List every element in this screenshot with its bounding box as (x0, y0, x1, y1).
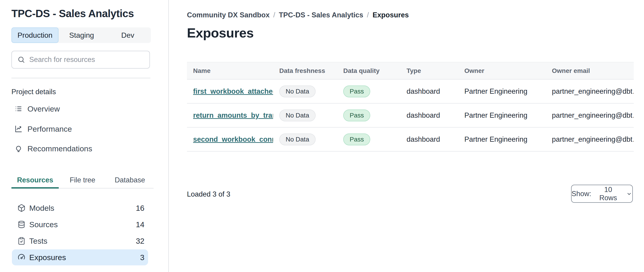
project-details-label: Project details (12, 88, 56, 96)
resource-count: 16 (136, 204, 144, 212)
exposure-type: dashboard (400, 87, 458, 96)
sidebar-main-divider (168, 0, 169, 272)
page-title: Exposures (187, 25, 254, 40)
breadcrumb-item-current: Exposures (372, 11, 409, 19)
resource-label: Exposures (29, 253, 66, 262)
exposure-name-link[interactable]: first_workbook_attached… (193, 87, 273, 95)
exposure-name-link[interactable]: second_workbook_conn… (193, 135, 273, 143)
breadcrumb-separator: / (367, 11, 369, 19)
sidebar-item-partial[interactable] (12, 269, 148, 272)
sidebar-item-tests[interactable]: Tests 32 (12, 233, 148, 249)
breadcrumb-separator: / (273, 11, 276, 19)
sidebar: TPC-DS - Sales Analytics Production Stag… (0, 0, 168, 272)
sidebar-item-overview[interactable]: Overview (12, 102, 148, 115)
gauge-icon (17, 253, 26, 262)
data-quality-badge: Pass (343, 134, 370, 145)
show-rows-dropdown[interactable]: Show: 10 Rows (571, 185, 633, 203)
data-freshness-badge: No Data (279, 134, 316, 145)
breadcrumb: Community DX Sandbox / TPC-DS - Sales An… (187, 11, 409, 19)
list-icon (15, 105, 22, 113)
breadcrumb-item-account[interactable]: Community DX Sandbox (187, 11, 270, 19)
resource-view-tabs: Resources File tree Database (12, 173, 154, 188)
table-header-row: Name Data freshness Data quality Type Ow… (187, 62, 634, 80)
data-freshness-badge: No Data (279, 110, 316, 121)
sidebar-item-label: Overview (28, 104, 60, 113)
env-tab-staging[interactable]: Staging (58, 28, 105, 43)
exposure-type: dashboard (400, 135, 458, 144)
column-header-data-freshness: Data freshness (273, 67, 337, 74)
clipboard-check-icon (17, 237, 26, 245)
env-tab-production[interactable]: Production (12, 28, 58, 43)
resource-label: Models (29, 204, 54, 212)
exposures-table: Name Data freshness Data quality Type Ow… (187, 62, 634, 152)
env-tab-dev[interactable]: Dev (105, 28, 151, 43)
exposure-owner: Partner Engineering (458, 87, 546, 96)
breadcrumb-item-project[interactable]: TPC-DS - Sales Analytics (279, 11, 363, 19)
sidebar-divider (12, 78, 150, 78)
table-row: first_workbook_attached… No Data Pass da… (187, 80, 634, 104)
project-title: TPC-DS - Sales Analytics (12, 7, 134, 20)
chevron-down-icon (626, 191, 632, 197)
exposure-owner: Partner Engineering (458, 135, 546, 144)
column-header-type: Type (400, 67, 458, 74)
column-header-name: Name (187, 67, 273, 74)
data-freshness-badge: No Data (279, 86, 316, 97)
column-header-owner-email: Owner email (546, 67, 634, 74)
tab-database[interactable]: Database (106, 173, 154, 188)
exposure-type: dashboard (400, 111, 458, 120)
sidebar-item-label: Recommendations (28, 144, 92, 153)
search-box[interactable] (12, 51, 150, 68)
tab-file-tree[interactable]: File tree (59, 173, 106, 188)
data-quality-badge: Pass (343, 86, 370, 97)
resource-label: Tests (29, 236, 47, 246)
table-row: return_amounts_by_tran… No Data Pass das… (187, 104, 634, 128)
exposure-owner-email: partner_engineering@dbt… (546, 135, 634, 144)
column-header-owner: Owner (458, 67, 546, 74)
database-icon (17, 220, 26, 228)
data-quality-badge: Pass (343, 110, 370, 121)
lightbulb-icon (15, 145, 22, 152)
sidebar-item-recommendations[interactable]: Recommendations (12, 142, 148, 155)
tab-resources[interactable]: Resources (12, 173, 59, 188)
sidebar-item-exposures[interactable]: Exposures 3 (12, 249, 148, 265)
show-label: Show: (572, 190, 591, 198)
exposure-name-link[interactable]: return_amounts_by_tran… (193, 111, 273, 119)
search-icon (17, 56, 25, 64)
sidebar-item-label: Performance (28, 124, 72, 134)
sidebar-item-performance[interactable]: Performance (12, 122, 148, 135)
exposure-owner: Partner Engineering (458, 111, 546, 120)
sidebar-item-sources[interactable]: Sources 14 (12, 216, 148, 232)
table-row: second_workbook_conn… No Data Pass dashb… (187, 128, 634, 152)
loaded-status: Loaded 3 of 3 (187, 190, 230, 198)
line-chart-icon (15, 125, 22, 133)
resource-count: 32 (136, 236, 144, 246)
search-input[interactable] (29, 56, 146, 64)
resource-count: 3 (140, 253, 144, 262)
sidebar-item-models[interactable]: Models 16 (12, 200, 148, 216)
exposure-owner-email: partner_engineering@dbt… (546, 87, 634, 96)
exposure-owner-email: partner_engineering@dbt… (546, 111, 634, 120)
resource-label: Sources (29, 220, 58, 229)
rows-value: 10 Rows (594, 186, 622, 202)
column-header-data-quality: Data quality (337, 67, 400, 74)
environment-tabs: Production Staging Dev (12, 28, 151, 43)
package-icon (17, 204, 26, 212)
resource-count: 14 (136, 220, 144, 229)
